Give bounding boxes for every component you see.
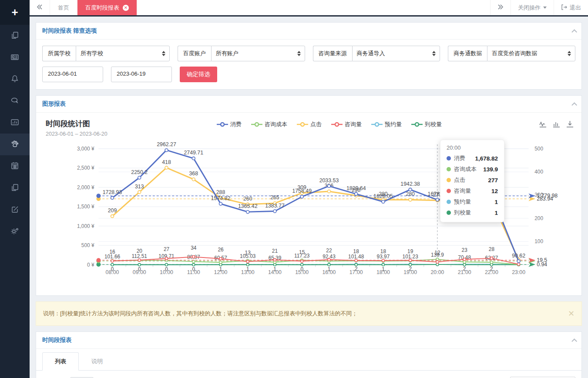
gears-icon [10, 226, 20, 237]
svg-text:18: 18 [353, 248, 360, 254]
chat-icon [10, 96, 20, 107]
svg-text:1,000 ¥: 1,000 ¥ [77, 223, 94, 229]
filter-account-select[interactable]: 所有账户 [211, 46, 305, 61]
legend-item-点击[interactable]: 点击 [297, 120, 322, 128]
tab-baidu-report-label: 百度时段报表 [85, 4, 119, 12]
sidebar-item-baidu[interactable] [0, 134, 30, 155]
logout-button[interactable]: 退出 [554, 0, 588, 15]
tooltip-row: 咨询量12 [447, 187, 498, 195]
calendar-icon [10, 161, 20, 172]
collapse-filter-icon[interactable] [571, 29, 577, 35]
legend-item-消费[interactable]: 消费 [217, 120, 242, 128]
svg-text:13: 13 [245, 250, 251, 256]
filter-inquiry-source-select[interactable]: 商务通导入 [352, 46, 440, 61]
filter-inquiry-source: 咨询量来源 商务通导入 [313, 46, 440, 61]
date-to-input[interactable]: 2023-06-19 [111, 67, 172, 82]
tab-list[interactable]: 列表 [42, 352, 79, 371]
svg-text:2,500 ¥: 2,500 ¥ [77, 165, 94, 171]
svg-text:3,000 ¥: 3,000 ¥ [77, 146, 94, 152]
line-chart-toggle-icon[interactable] [539, 120, 547, 129]
svg-text:90.62: 90.62 [512, 253, 525, 259]
collapse-chart-icon[interactable] [571, 102, 577, 108]
legend-marker-icon [331, 122, 343, 127]
tab-home[interactable]: 首页 [50, 0, 77, 15]
series-dot-icon [447, 178, 451, 182]
scroll-tabs-left-button[interactable] [30, 0, 50, 15]
svg-text:1,500 ¥: 1,500 ¥ [77, 204, 94, 210]
filter-school: 所属学校 所有学校 [42, 46, 170, 61]
svg-text:1728.93: 1728.93 [103, 189, 122, 195]
svg-text:0 ¥: 0 ¥ [87, 262, 94, 268]
filter-swt-data-select[interactable]: 百度竞价咨询数据 [487, 46, 575, 61]
sidebar-item-copy[interactable] [0, 25, 30, 47]
filter-school-label: 所属学校 [42, 46, 76, 61]
svg-text:28: 28 [489, 246, 495, 252]
collapse-table-icon[interactable] [571, 338, 577, 344]
legend-item-到校量[interactable]: 到校量 [411, 120, 442, 128]
svg-text:21: 21 [272, 248, 278, 254]
filter-school-select[interactable]: 所有学校 [76, 46, 170, 61]
edit-icon [10, 204, 20, 215]
svg-text:313: 313 [135, 184, 144, 190]
svg-text:2: 2 [463, 266, 466, 272]
logout-label: 退出 [570, 4, 581, 12]
sidebar-item-documents[interactable] [0, 177, 30, 199]
svg-text:15: 15 [299, 249, 305, 255]
tab-home-label: 首页 [58, 4, 69, 12]
legend-item-预约量[interactable]: 预约量 [371, 120, 402, 128]
svg-text:280: 280 [406, 191, 415, 197]
scroll-tabs-right-button[interactable] [490, 0, 511, 15]
svg-text:19: 19 [407, 248, 413, 254]
svg-text:2962.27: 2962.27 [157, 141, 176, 147]
svg-text:260: 260 [243, 196, 252, 202]
tab-description[interactable]: 说明 [79, 352, 115, 371]
caret-down-icon [543, 7, 547, 9]
svg-text:265: 265 [270, 194, 279, 201]
legend-marker-icon [371, 122, 383, 127]
svg-text:1365.42: 1365.42 [238, 203, 258, 209]
select-arrows-icon [162, 51, 165, 56]
chart-title: 时间段统计图 [46, 119, 90, 129]
series-dot-icon [447, 156, 451, 161]
table-tabs: 列表 说明 [36, 349, 581, 371]
sidebar-item-idcard[interactable] [0, 47, 30, 68]
sidebar-item-settings[interactable] [0, 221, 30, 242]
close-operations-dropdown[interactable]: 关闭操作 [511, 0, 554, 15]
sidebar-item-calendar[interactable] [0, 155, 30, 177]
svg-text:1758.49: 1758.49 [292, 188, 312, 194]
svg-text:19.5: 19.5 [537, 257, 547, 263]
close-notice-icon[interactable]: ✕ [568, 309, 575, 318]
double-chevron-right-icon [497, 4, 504, 11]
sidebar-item-edit[interactable] [0, 199, 30, 221]
close-tab-icon[interactable]: ✕ [123, 5, 129, 11]
download-icon[interactable] [566, 120, 574, 129]
svg-text:100: 100 [534, 238, 543, 244]
sidebar-item-reports[interactable] [0, 112, 30, 134]
legend-marker-icon [251, 122, 262, 127]
date-from-input[interactable]: 2023-06-01 [42, 67, 103, 82]
select-arrows-icon [432, 51, 436, 56]
select-arrows-icon [568, 51, 571, 56]
sidebar-item-notifications[interactable] [0, 68, 30, 90]
tooltip-row: 到校量1 [447, 209, 498, 217]
svg-text:12: 12 [434, 250, 440, 256]
tooltip-row: 消费1,678.82 [447, 154, 498, 162]
svg-text:22: 22 [326, 248, 332, 254]
chart-panel: 图形报表 时间段统计图 2023-06-01 – 2023-06-20 消费咨询… [36, 95, 582, 296]
sidebar-item-messages[interactable] [0, 90, 30, 112]
add-button[interactable]: + [0, 0, 30, 25]
filter-swt-data: 商务通数据 百度竞价咨询数据 [448, 46, 575, 61]
svg-text:1: 1 [328, 266, 331, 272]
filter-swt-data-label: 商务通数据 [448, 46, 487, 61]
tab-baidu-report[interactable]: 百度时段报表 ✕ [77, 0, 137, 15]
documents-icon [10, 183, 20, 194]
svg-text:2: 2 [490, 266, 493, 272]
confirm-filter-button[interactable]: 确定筛选 [180, 67, 217, 82]
svg-text:1: 1 [273, 266, 276, 272]
legend-item-咨询量[interactable]: 咨询量 [331, 120, 362, 128]
series-dot-icon [447, 189, 451, 193]
bar-chart-toggle-icon[interactable] [553, 120, 560, 129]
legend-item-咨询成本[interactable]: 咨询成本 [251, 120, 287, 128]
svg-text:1383.77: 1383.77 [265, 203, 285, 209]
svg-text:2749.71: 2749.71 [184, 150, 203, 156]
